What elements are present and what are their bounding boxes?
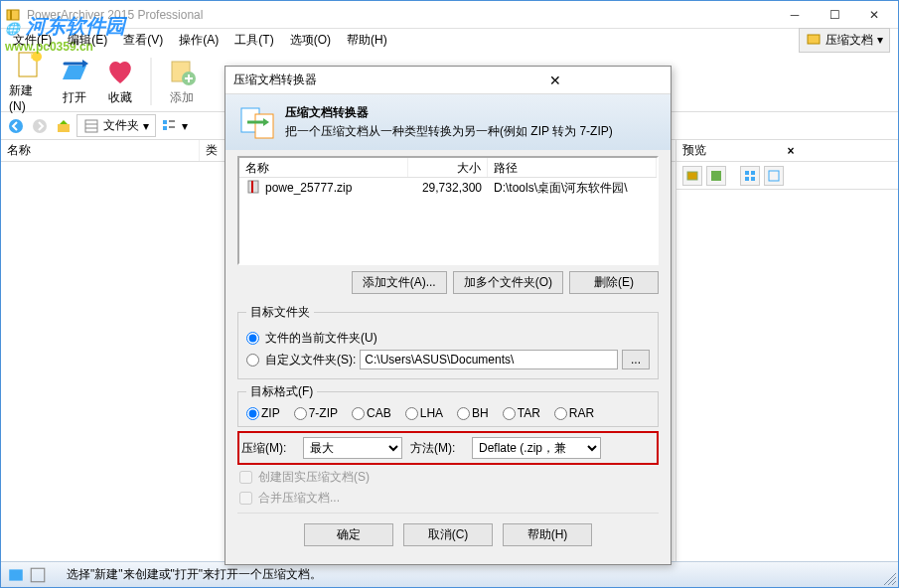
archive-mode-button[interactable]: 压缩文档 ▾ xyxy=(799,28,890,53)
svg-rect-15 xyxy=(163,120,167,124)
banner-desc: 把一个压缩文档从一种类型转换为另一种(例如 ZIP 转为 7-ZIP) xyxy=(285,124,613,138)
preview-header: 预览 × xyxy=(676,140,898,162)
menu-file[interactable]: 文件(F) xyxy=(5,30,60,51)
resize-grip[interactable] xyxy=(884,573,896,585)
ok-button[interactable]: 确定 xyxy=(304,523,393,546)
compression-row: 压缩(M): 最大 方法(M): Deflate (.zip，兼 xyxy=(237,431,659,465)
menu-action[interactable]: 操作(A) xyxy=(171,30,226,51)
remove-button[interactable]: 删除(E) xyxy=(569,271,659,294)
zip-icon xyxy=(245,179,261,198)
toolbar-favorites[interactable]: 收藏 xyxy=(100,56,140,106)
col-name[interactable]: 名称 xyxy=(1,140,200,161)
menu-options[interactable]: 选项(O) xyxy=(282,30,339,51)
chevron-down-icon: ▾ xyxy=(877,33,883,47)
col-name[interactable]: 名称 xyxy=(239,158,408,177)
preview-toolbar xyxy=(676,162,898,190)
preview-close-icon[interactable]: × xyxy=(788,144,893,158)
radio-rar[interactable] xyxy=(554,407,567,420)
target-format-group: 目标格式(F) ZIP 7-ZIP CAB LHA BH TAR RAR xyxy=(237,383,659,427)
radio-7zip[interactable] xyxy=(294,407,307,420)
svg-point-10 xyxy=(33,119,47,133)
svg-rect-32 xyxy=(251,181,253,193)
browse-button[interactable]: ... xyxy=(622,350,650,369)
title-bar: PowerArchiver 2015 Professional ─ ☐ ✕ xyxy=(1,1,898,29)
chevron-down-icon[interactable]: ▾ xyxy=(182,119,188,133)
pv-btn-2[interactable] xyxy=(706,166,726,186)
svg-rect-21 xyxy=(745,171,749,175)
svg-point-5 xyxy=(32,52,42,62)
method-label: 方法(M): xyxy=(410,440,464,457)
merge-checkbox xyxy=(239,492,252,505)
svg-rect-11 xyxy=(58,124,70,132)
radio-custom-folder[interactable] xyxy=(246,354,259,367)
toolbar-new[interactable]: 新建(N) xyxy=(9,49,49,113)
converter-dialog: 压缩文档转换器 ✕ 压缩文档转换器 把一个压缩文档从一种类型转换为另一种(例如 … xyxy=(225,66,672,565)
preview-panel: 预览 × xyxy=(676,140,898,577)
toolbar-separator xyxy=(150,58,152,105)
svg-rect-20 xyxy=(711,171,721,181)
radio-bh[interactable] xyxy=(457,407,470,420)
converter-icon xyxy=(237,102,277,142)
pv-btn-1[interactable] xyxy=(682,166,702,186)
target-folder-group: 目标文件夹 文件的当前文件夹(U) 自定义文件夹(S): ... xyxy=(237,304,659,379)
close-button[interactable]: ✕ xyxy=(854,3,894,27)
minimize-button[interactable]: ─ xyxy=(775,3,815,27)
col-path[interactable]: 路径 xyxy=(488,158,657,177)
radio-current-folder[interactable] xyxy=(246,332,259,345)
open-icon xyxy=(59,56,90,87)
chevron-down-icon: ▾ xyxy=(143,119,149,133)
radio-tar[interactable] xyxy=(503,407,516,420)
menu-edit[interactable]: 编辑(E) xyxy=(60,30,115,51)
compress-label: 压缩(M): xyxy=(241,440,295,457)
nav-views-dropdown[interactable]: 文件夹 ▾ xyxy=(76,114,156,137)
col-size[interactable]: 大小 xyxy=(408,158,488,177)
radio-cab[interactable] xyxy=(352,407,365,420)
radio-lha[interactable] xyxy=(405,407,418,420)
custom-path-input[interactable] xyxy=(360,350,618,369)
dialog-titlebar: 压缩文档转换器 ✕ xyxy=(225,67,671,94)
cancel-button[interactable]: 取消(C) xyxy=(403,523,493,546)
status-icon-1 xyxy=(7,566,25,584)
svg-rect-19 xyxy=(687,172,697,180)
svg-rect-1 xyxy=(10,10,12,20)
radio-zip[interactable] xyxy=(246,407,259,420)
menu-bar: 文件(F) 编辑(E) 查看(V) 操作(A) 工具(T) 选项(O) 帮助(H… xyxy=(1,29,898,51)
app-window: 🌐 河东软件园 www.pc0359.cn PowerArchiver 2015… xyxy=(0,0,899,588)
add-folders-button[interactable]: 加多个文件夹(O) xyxy=(453,271,563,294)
list-item[interactable]: powe_25777.zip 29,732,300 D:\tools\桌面\河东… xyxy=(239,178,657,198)
nav-back[interactable] xyxy=(5,115,27,137)
status-text: 选择"新建"来创建或"打开"来打开一个压缩文档。 xyxy=(67,566,322,583)
file-list: 名称 大小 路径 powe_25777.zip 29,732,300 D:\to… xyxy=(237,156,659,265)
svg-rect-16 xyxy=(169,120,175,122)
help-button[interactable]: 帮助(H) xyxy=(503,523,592,546)
method-select[interactable]: Deflate (.zip，兼 xyxy=(472,437,601,459)
toolbar-add[interactable]: 添加 xyxy=(162,56,202,106)
svg-rect-29 xyxy=(255,114,273,138)
banner-title: 压缩文档转换器 xyxy=(285,104,613,121)
dialog-banner: 压缩文档转换器 把一个压缩文档从一种类型转换为另一种(例如 ZIP 转为 7-Z… xyxy=(225,94,671,150)
dialog-close-icon[interactable]: ✕ xyxy=(448,73,663,88)
svg-rect-23 xyxy=(745,177,749,181)
menu-help[interactable]: 帮助(H) xyxy=(339,30,395,51)
pv-btn-4[interactable] xyxy=(764,166,784,186)
menu-view[interactable]: 查看(V) xyxy=(115,30,171,51)
new-icon xyxy=(13,49,45,80)
solid-checkbox xyxy=(239,471,252,484)
app-icon xyxy=(5,7,21,23)
nav-up[interactable] xyxy=(53,115,75,137)
pv-btn-3[interactable] xyxy=(740,166,760,186)
svg-rect-24 xyxy=(751,177,755,181)
add-icon xyxy=(166,56,198,87)
menu-tools[interactable]: 工具(T) xyxy=(226,30,281,51)
svg-rect-0 xyxy=(7,10,19,20)
archive-icon xyxy=(806,31,822,50)
svg-rect-26 xyxy=(9,569,23,580)
maximize-button[interactable]: ☐ xyxy=(815,3,854,27)
svg-rect-12 xyxy=(85,120,97,132)
nav-forward[interactable] xyxy=(29,115,51,137)
svg-rect-18 xyxy=(169,126,175,128)
compress-select[interactable]: 最大 xyxy=(303,437,402,459)
toolbar-open[interactable]: 打开 xyxy=(55,56,94,106)
add-file-button[interactable]: 添加文件(A)... xyxy=(352,271,447,294)
nav-style-btn[interactable] xyxy=(158,115,180,137)
